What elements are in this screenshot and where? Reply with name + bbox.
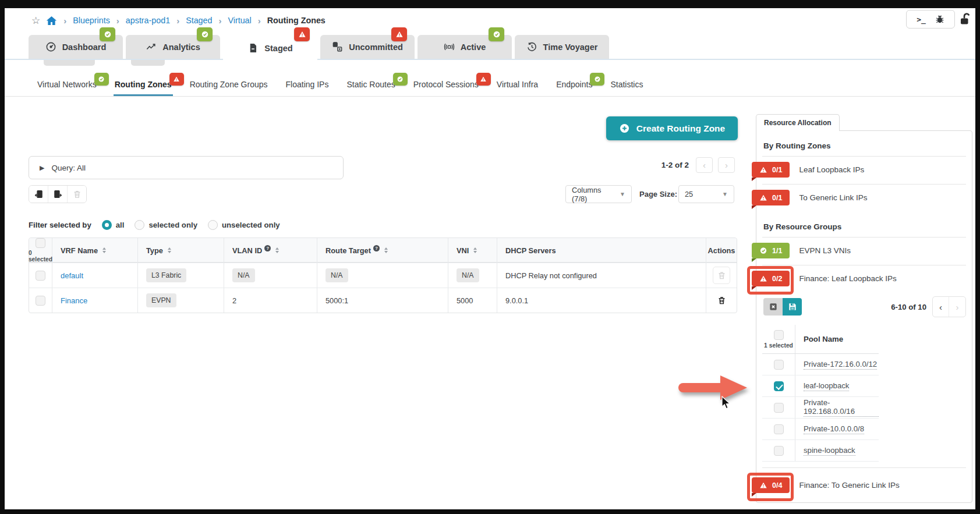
resource-item[interactable]: 1/1 EVPN L3 VNIs <box>762 237 966 265</box>
table-toolbar <box>29 185 87 203</box>
sort-icon[interactable] <box>275 247 279 253</box>
sort-icon[interactable] <box>168 247 171 253</box>
help-icon[interactable]: ? <box>264 245 271 251</box>
pool-name-link[interactable]: Private-192.168.0.0/16 <box>804 398 879 417</box>
pool-checkbox-checked[interactable] <box>774 381 784 391</box>
table-row: default L3 Fabric N/A N/A N/A DHCP Relay… <box>29 263 737 288</box>
sort-icon[interactable] <box>473 247 477 253</box>
columns-dropdown[interactable]: Columns (7/8) ▼ <box>565 185 632 203</box>
sort-icon[interactable] <box>102 247 106 253</box>
route-target-cell: N/A <box>317 263 448 288</box>
vrf-link[interactable]: Finance <box>61 296 87 305</box>
pool-checkbox[interactable] <box>774 360 784 370</box>
subtab-routing-zones[interactable]: Routing Zones <box>114 80 173 96</box>
radio-icon[interactable] <box>135 220 144 230</box>
tab-active[interactable]: Active <box>418 35 512 59</box>
filter-option-selected-only[interactable]: selected only <box>135 220 197 230</box>
radio-selected-icon[interactable] <box>102 220 112 230</box>
filter-option-all[interactable]: all <box>102 220 125 230</box>
breadcrumb-separator: › <box>63 16 67 26</box>
subtab-floating-ips[interactable]: Floating IPs <box>285 80 330 96</box>
resource-item-selected[interactable]: 0/2 Finance: Leaf Loopback IPs <box>762 265 966 293</box>
pool-name-cell: spine-loopback <box>795 440 879 461</box>
pool-next-page-button[interactable]: › <box>949 297 965 317</box>
pool-checkbox[interactable] <box>774 446 784 456</box>
pool-table-header: 1 selected Pool Name <box>762 325 879 354</box>
header-vni[interactable]: VNI <box>448 238 497 263</box>
export-json-button[interactable] <box>29 186 48 203</box>
resource-allocation-tab[interactable]: Resource Allocation <box>756 114 840 131</box>
tab-staged[interactable]: Staged <box>223 35 317 61</box>
export-csv-button[interactable] <box>48 186 68 203</box>
select-all-checkbox[interactable] <box>36 238 45 248</box>
subtab-protocol-sessions[interactable]: Protocol Sessions <box>412 80 480 96</box>
terminal-icon[interactable]: >_ <box>917 15 926 24</box>
success-badge <box>489 27 504 41</box>
dhcp-servers-cell: DHCP Relay not configured <box>497 263 706 288</box>
page-size-dropdown[interactable]: 25 ▼ <box>678 185 734 203</box>
plus-circle-icon <box>619 123 630 134</box>
breadcrumb-separator: › <box>176 16 180 26</box>
pool-name-link[interactable]: leaf-loopback <box>804 381 849 391</box>
pool-pager: ‹ › <box>932 296 966 317</box>
tab-analytics[interactable]: Analytics <box>126 35 220 59</box>
pool-checkbox[interactable] <box>774 424 784 434</box>
cancel-button[interactable] <box>763 298 783 316</box>
resource-item[interactable]: 0/1 Leaf Loopback IPs <box>762 157 966 184</box>
delete-selected-button[interactable] <box>68 186 86 203</box>
subtab-static-routes[interactable]: Static Routes <box>345 80 396 96</box>
subtab-virtual-networks[interactable]: Virtual Networks <box>36 80 98 96</box>
status-badge: 0/1 <box>752 162 790 178</box>
unlock-icon[interactable] <box>958 12 972 29</box>
breadcrumb-current: Routing Zones <box>267 16 326 25</box>
pool-checkbox[interactable] <box>774 403 784 413</box>
header-vrf-name[interactable]: VRF Name <box>52 238 138 263</box>
subtab-routing-zone-groups[interactable]: Routing Zone Groups <box>189 80 269 96</box>
next-page-button[interactable]: › <box>718 157 735 173</box>
table-header-row: 0 selected VRF Name Type VLAN ID ? Route… <box>29 238 737 263</box>
pool-prev-page-button[interactable]: ‹ <box>933 297 949 317</box>
bug-icon[interactable] <box>935 15 944 24</box>
header-type[interactable]: Type <box>138 238 224 263</box>
header-vlan-id[interactable]: VLAN ID ? <box>224 238 317 263</box>
help-icon[interactable]: ? <box>373 245 380 251</box>
breadcrumb-separator: › <box>116 16 120 26</box>
breadcrumb-blueprint-name[interactable]: apstra-pod1 <box>126 16 170 25</box>
resource-item[interactable]: 0/4 Finance: To Generic Link IPs <box>762 468 966 493</box>
tab-uncommitted[interactable]: Uncommitted <box>320 35 415 59</box>
annotation-highlight-box: 0/4 <box>762 477 790 493</box>
radio-icon[interactable] <box>208 220 218 230</box>
row-checkbox[interactable] <box>36 296 45 306</box>
breadcrumb-blueprints[interactable]: Blueprints <box>73 16 110 25</box>
create-routing-zone-button[interactable]: Create Routing Zone <box>606 116 738 140</box>
delete-row-button[interactable] <box>713 292 730 309</box>
tab-time-voyager[interactable]: Time Voyager <box>515 35 609 59</box>
tab-dashboard[interactable]: Dashboard <box>29 35 123 59</box>
filter-option-unselected-only[interactable]: unselected only <box>208 220 280 230</box>
query-builder[interactable]: ▶ Query: All <box>29 156 344 179</box>
breadcrumb-virtual[interactable]: Virtual <box>228 16 251 25</box>
resource-item[interactable]: 0/1 To Generic Link IPs <box>762 185 966 212</box>
row-checkbox[interactable] <box>36 271 45 281</box>
sort-icon[interactable] <box>384 247 388 253</box>
save-button[interactable] <box>783 298 802 316</box>
header-route-target[interactable]: Route Target ? <box>317 238 448 263</box>
pool-name-link[interactable]: spine-loopback <box>804 446 855 456</box>
vrf-link[interactable]: default <box>61 271 83 280</box>
subtab-endpoints[interactable]: Endpoints <box>555 80 593 96</box>
pool-row-select <box>762 354 795 375</box>
warning-badge <box>294 27 310 41</box>
pool-name-link[interactable]: Private-10.0.0.0/8 <box>804 424 864 434</box>
vni-cell: N/A <box>448 263 497 288</box>
subtab-statistics[interactable]: Statistics <box>609 80 644 96</box>
pool-select-all-checkbox[interactable] <box>774 330 784 340</box>
table-pagination: 1-2 of 2 ‹ › <box>610 157 735 173</box>
row-select-cell <box>29 263 52 288</box>
prev-page-button[interactable]: ‹ <box>696 157 713 173</box>
home-icon[interactable] <box>46 15 57 26</box>
warning-icon <box>759 481 767 489</box>
pool-name-link[interactable]: Private-172.16.0.0/12 <box>804 360 877 370</box>
subtab-virtual-infra[interactable]: Virtual Infra <box>496 80 539 96</box>
breadcrumb-staged[interactable]: Staged <box>186 16 212 25</box>
favorite-star-icon[interactable]: ☆ <box>31 16 40 26</box>
